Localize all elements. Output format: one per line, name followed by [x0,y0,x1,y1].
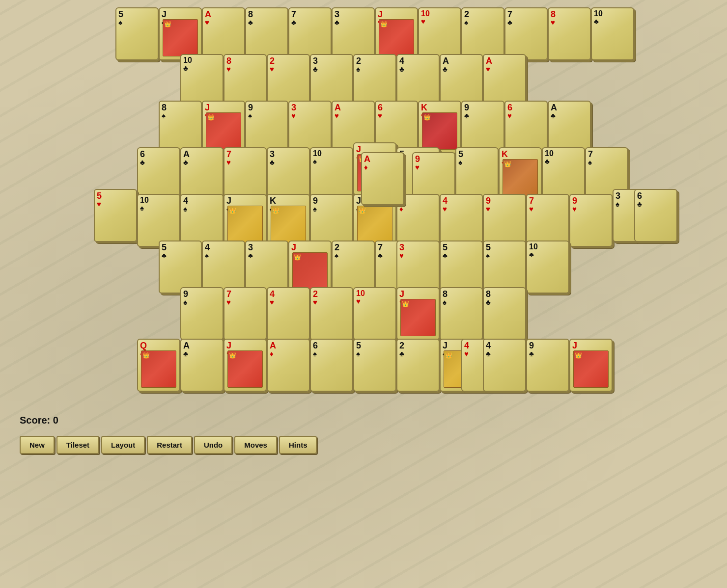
tile[interactable]: Q♦ [137,339,180,392]
tile[interactable]: 9♠ [180,287,224,340]
tile[interactable]: 5♠ [455,147,499,200]
tile[interactable]: J♥ [202,101,245,154]
tile[interactable]: 8♣ [483,287,526,340]
tile[interactable]: 4♣ [396,54,440,107]
tile[interactable]: 10♣ [591,7,634,60]
hints-button[interactable]: Hints [279,436,317,454]
tile[interactable]: 4♥ [440,194,483,247]
toolbar: New Tileset Layout Restart Undo Moves Hi… [10,431,717,459]
tile[interactable]: 2♠ [353,54,396,107]
tile[interactable]: 6♣ [137,147,180,200]
tile[interactable]: 4♠ [202,241,245,294]
tile[interactable]: A♥ [202,7,245,60]
tile[interactable]: 8♣ [245,7,288,60]
tile[interactable]: J♣ [159,7,202,60]
tile[interactable]: A♣ [548,101,591,154]
tile[interactable]: 6♠ [310,339,353,392]
moves-button[interactable]: Moves [234,436,277,454]
tile[interactable]: K♠ [267,194,310,247]
tile[interactable]: 10♠ [310,147,353,200]
tile[interactable]: 9♣ [461,101,504,154]
tile[interactable]: 2♠ [461,7,504,60]
tile[interactable]: 7♣ [504,7,548,60]
tile[interactable]: 5♠ [483,241,526,294]
tile[interactable]: 6♣ [634,189,677,242]
tileset-button[interactable]: Tileset [56,436,99,454]
new-button[interactable]: New [20,436,55,454]
tile[interactable]: 10♥ [418,7,461,60]
tile[interactable]: 9♥ [483,194,526,247]
tile[interactable]: 10♥ [353,287,396,340]
tile[interactable]: J♣ [224,194,267,247]
tile[interactable]: 5♠ [353,339,396,392]
tile[interactable]: 10♣ [526,241,569,294]
tile[interactable]: J♥ [224,339,267,392]
tile[interactable]: 3♣ [310,54,353,107]
tile[interactable]: A♥ [483,54,526,107]
score-label: Score: 0 [20,415,58,426]
tile[interactable]: J♦ [569,339,613,392]
tile[interactable]: 5♣ [159,241,202,294]
restart-button[interactable]: Restart [147,436,192,454]
tile[interactable]: J♥ [375,7,418,60]
tile[interactable]: 7♥ [224,287,267,340]
tile[interactable]: 5♠ [115,7,159,60]
tile[interactable]: K♦ [499,147,542,200]
tile[interactable]: 10♠ [137,194,180,247]
game-board: 5♠ J♣ A♥ 8♣ 7♣ 3♣ J♥ 10♥ [93,5,634,407]
tile[interactable]: 6♥ [504,101,548,154]
tile[interactable]: K♥ [418,101,461,154]
tile[interactable]: 3♣ [245,241,288,294]
tile[interactable]: 3♣ [332,7,375,60]
score-display: Score: 0 [10,407,717,431]
tile[interactable]: 7♥ [526,194,569,247]
tile[interactable]: A♦ [361,152,404,205]
tile[interactable]: 2♠ [332,241,375,294]
tile[interactable]: 3♣ [267,147,310,200]
tile[interactable]: A♣ [180,339,224,392]
tile[interactable]: A♣ [440,54,483,107]
tile[interactable]: A♦ [267,339,310,392]
tile[interactable]: 4♥ [267,287,310,340]
tile[interactable]: 3♥ [396,241,440,294]
tile[interactable]: 3♥ [288,101,332,154]
tile[interactable]: 5♥ [94,189,137,242]
tile[interactable]: J♦ [288,241,332,294]
tile[interactable]: 7♣ [288,7,332,60]
tile[interactable]: 5♣ [440,241,483,294]
layout-button[interactable]: Layout [101,436,145,454]
tile[interactable]: 9♣ [526,339,569,392]
tile[interactable]: 9♥ [569,194,613,247]
tile[interactable]: 2♥ [267,54,310,107]
tile[interactable]: 2♣ [396,339,440,392]
tile[interactable]: 8♠ [440,287,483,340]
game-container: 5♠ J♣ A♥ 8♣ 7♣ 3♣ J♥ 10♥ [0,0,727,464]
tile[interactable]: 4♣ [483,339,526,392]
tile[interactable]: 9♠ [310,194,353,247]
tile[interactable]: 8♠ [159,101,202,154]
tile[interactable]: A♣ [180,147,224,200]
tile[interactable]: 2♥ [310,287,353,340]
tile[interactable]: J♥ [396,287,440,340]
tile[interactable]: 8♥ [224,54,267,107]
tile[interactable]: 7♥ [224,147,267,200]
undo-button[interactable]: Undo [194,436,232,454]
tile[interactable]: 4♠ [180,194,224,247]
tile[interactable]: 8♥ [548,7,591,60]
tile[interactable]: 10♣ [542,147,585,200]
tile[interactable]: 10♣ [180,54,224,107]
tile[interactable]: 9♠ [245,101,288,154]
